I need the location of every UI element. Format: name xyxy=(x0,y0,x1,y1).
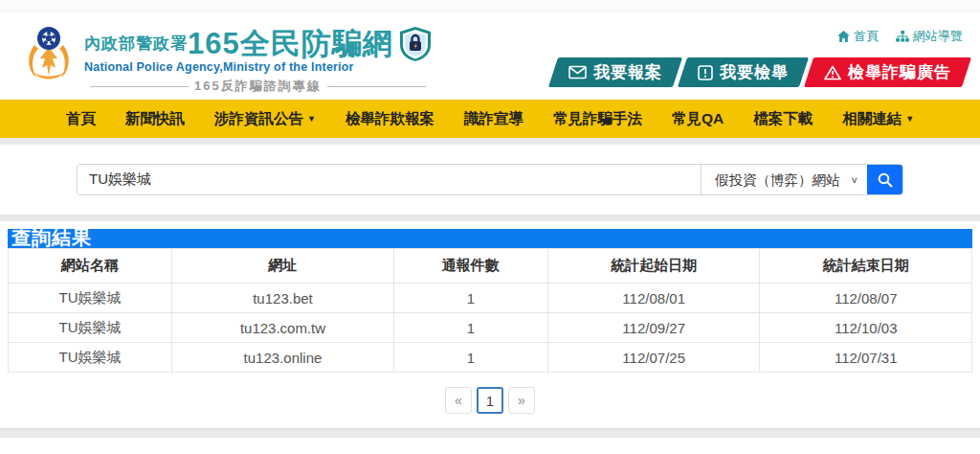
pagination-prev-button[interactable]: « xyxy=(445,387,472,414)
pagination: « 1 » xyxy=(8,387,972,414)
cell-url: tu123.bet xyxy=(172,284,394,313)
table-header-row: 網站名稱 網址 通報件數 統計起始日期 統計結束日期 xyxy=(9,249,972,284)
hotline-text: 165反詐騙諮詢專線 xyxy=(194,78,322,95)
nav-item-home[interactable]: 首頁 xyxy=(66,109,96,129)
search-input[interactable] xyxy=(78,165,701,194)
nav-item-report-fraud[interactable]: 檢舉詐欺報案 xyxy=(345,109,434,129)
cell-end-date: 112/10/03 xyxy=(760,313,972,343)
cell-site-name: TU娛樂城 xyxy=(9,313,172,343)
pagination-page-1-button[interactable]: 1 xyxy=(477,387,503,414)
col-header-start-date: 統計起始日期 xyxy=(547,249,760,284)
cell-start-date: 112/09/27 xyxy=(547,313,760,343)
home-link[interactable]: 首頁 xyxy=(837,28,879,45)
cell-site-name: TU娛樂城 xyxy=(9,343,172,373)
table-row: TU娛樂城 tu123.com.tw 1 112/09/27 112/10/03 xyxy=(9,313,972,343)
results-table: 網站名稱 網址 通報件數 統計起始日期 統計結束日期 TU娛樂城 tu123.b… xyxy=(8,248,972,373)
site-header: 內政部警政署 165全民防騙網 National Police Agency,M… xyxy=(0,11,980,100)
report-case-label: 我要報案 xyxy=(593,61,662,83)
report-case-button[interactable]: 我要報案 xyxy=(548,57,682,87)
cell-end-date: 112/08/07 xyxy=(760,284,972,313)
category-select[interactable]: 假投資（博弈）網站 xyxy=(702,165,867,194)
cell-report-count: 1 xyxy=(393,284,547,313)
search-button[interactable] xyxy=(867,165,902,194)
nav-item-awareness[interactable]: 識詐宣導 xyxy=(464,109,523,129)
file-complaint-button[interactable]: 我要檢舉 xyxy=(678,57,809,87)
divider xyxy=(0,138,980,145)
cell-end-date: 112/07/31 xyxy=(760,343,972,373)
exclamation-square-icon xyxy=(698,65,713,80)
table-row: TU娛樂城 tu123.online 1 112/07/25 112/07/31 xyxy=(9,343,972,373)
nav-item-news[interactable]: 新聞快訊 xyxy=(125,109,185,129)
divider xyxy=(327,86,426,87)
divider xyxy=(0,215,980,221)
sitemap-link[interactable]: 網站導覽 xyxy=(896,28,963,45)
site-logo[interactable]: 內政部警政署 165全民防騙網 National Police Agency,M… xyxy=(21,11,432,100)
cell-report-count: 1 xyxy=(393,343,547,373)
nav-item-fraud-info[interactable]: 涉詐資訊公告▼ xyxy=(214,109,316,129)
nav-item-downloads[interactable]: 檔案下載 xyxy=(753,109,813,129)
results-title-bar: 查詢結果 xyxy=(8,229,972,248)
cell-report-count: 1 xyxy=(393,313,547,343)
security-shield-icon xyxy=(399,26,432,62)
divider xyxy=(0,428,980,438)
category-select-wrap: 假投資（博弈）網站 ˅ xyxy=(701,165,867,194)
warning-triangle-icon xyxy=(824,65,841,80)
nav-item-faq[interactable]: 常見QA xyxy=(672,109,724,129)
col-header-site-name: 網站名稱 xyxy=(9,249,172,284)
agency-name-english: National Police Agency,Ministry of the I… xyxy=(84,60,432,74)
pagination-next-button[interactable]: » xyxy=(508,387,535,414)
site-title: 165全民防騙網 xyxy=(188,29,393,58)
cell-site-name: TU娛樂城 xyxy=(9,284,172,313)
cell-start-date: 112/08/01 xyxy=(547,284,760,313)
cell-url: tu123.online xyxy=(172,343,394,373)
search-icon xyxy=(878,172,893,188)
chevron-down-icon: ▼ xyxy=(307,114,316,124)
col-header-report-count: 通報件數 xyxy=(393,249,547,284)
table-row: TU娛樂城 tu123.bet 1 112/08/01 112/08/07 xyxy=(9,284,972,313)
chevron-down-icon: ▼ xyxy=(905,114,914,124)
report-fraud-ad-button[interactable]: 檢舉詐騙廣告 xyxy=(804,57,971,87)
hotline-banner: 165反詐騙諮詢專線 xyxy=(84,78,432,95)
results-title: 查詢結果 xyxy=(11,228,92,248)
results-section: 查詢結果 網站名稱 網址 通報件數 統計起始日期 統計結束日期 TU娛樂城 tu… xyxy=(0,221,980,428)
cell-start-date: 112/07/25 xyxy=(547,343,760,373)
sitemap-link-label: 網站導覽 xyxy=(913,28,963,45)
sitemap-icon xyxy=(896,31,909,42)
nav-item-common-scams[interactable]: 常見詐騙手法 xyxy=(553,109,642,129)
footer-spacer xyxy=(0,438,980,453)
file-complaint-label: 我要檢舉 xyxy=(720,61,789,83)
home-icon xyxy=(837,31,850,42)
agency-name: 內政部警政署 xyxy=(84,33,188,58)
search-input-group: 假投資（博弈）網站 ˅ xyxy=(77,164,903,195)
report-fraud-ad-label: 檢舉詐騙廣告 xyxy=(848,61,951,83)
quick-links: 首頁 網站導覽 xyxy=(837,28,963,45)
action-buttons: 我要報案 我要檢舉 xyxy=(553,57,967,87)
home-link-label: 首頁 xyxy=(854,28,879,45)
cell-url: tu123.com.tw xyxy=(172,313,394,343)
col-header-end-date: 統計結束日期 xyxy=(760,249,972,284)
nav-item-related-links[interactable]: 相關連結▼ xyxy=(842,109,914,129)
search-section: 假投資（博弈）網站 ˅ xyxy=(0,145,980,215)
envelope-icon xyxy=(568,65,587,79)
header-right: 首頁 網站導覽 我要報案 xyxy=(553,11,967,100)
main-nav: 首頁 新聞快訊 涉詐資訊公告▼ 檢舉詐欺報案 識詐宣導 常見詐騙手法 常見QA … xyxy=(0,100,980,138)
police-emblem-icon xyxy=(21,26,77,87)
divider xyxy=(90,86,189,87)
col-header-url: 網址 xyxy=(172,249,394,284)
top-strip xyxy=(0,0,980,11)
